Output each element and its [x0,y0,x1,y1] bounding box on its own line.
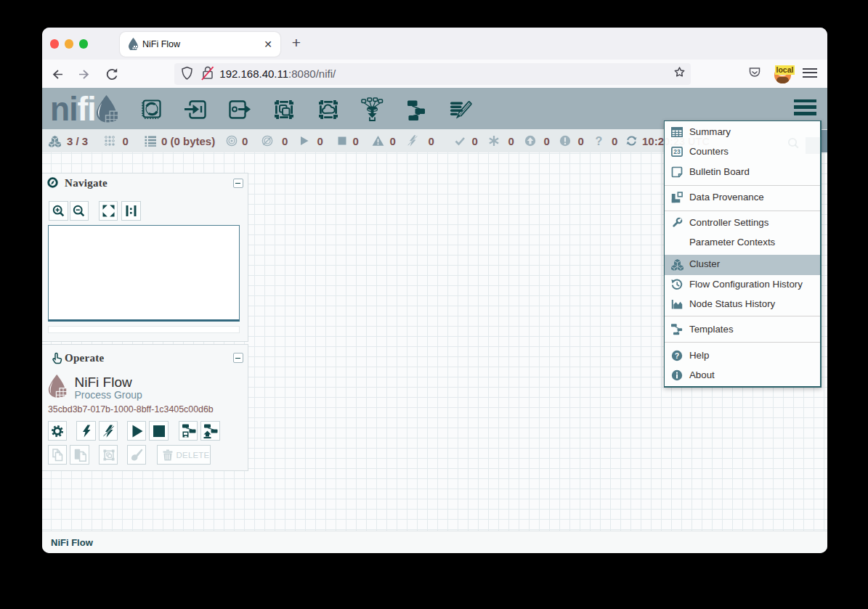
svg-text:23: 23 [673,148,681,155]
svg-text:?: ? [675,351,679,359]
